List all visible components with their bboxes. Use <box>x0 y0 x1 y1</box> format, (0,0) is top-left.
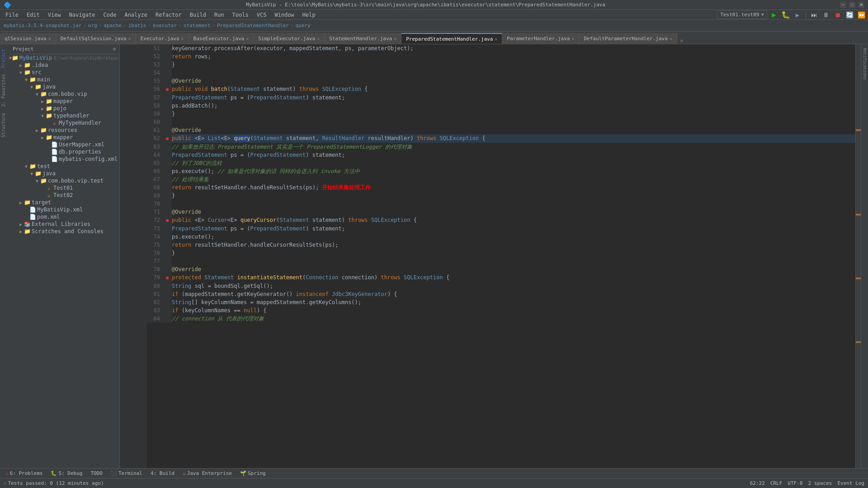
code-scroll-area[interactable]: 51 keyGenerator.processAfter(executor, m… <box>147 44 855 468</box>
tree-item-usermapper[interactable]: 📄 UserMapper.xml <box>9 141 119 148</box>
tab-parameterhandler-close[interactable]: ✕ <box>571 36 574 41</box>
stop-button[interactable]: ⏹ <box>833 10 843 20</box>
vtab-favorites[interactable]: 2: Favorites <box>0 71 9 109</box>
pause-button[interactable]: ⏸ <box>821 10 831 20</box>
bottom-tab-spring[interactable]: 🌱 Spring <box>236 469 269 477</box>
tab-executor[interactable]: Executor.java ✕ <box>136 33 189 44</box>
coverage-button[interactable]: ▶ <box>793 10 802 20</box>
tree-item-main[interactable]: ▼ 📁 main <box>9 76 119 83</box>
bottom-tab-java-enterprise[interactable]: ☕ Java Enterprise <box>179 469 236 477</box>
tab-statementhandler[interactable]: StatementHandler.java ✕ <box>325 33 401 44</box>
maximize-button[interactable]: □ <box>849 2 855 8</box>
tree-item-mybatisconfig[interactable]: 📄 mybatis-config.xml <box>9 155 119 163</box>
menu-refactor[interactable]: Refactor <box>152 11 185 19</box>
step-over-button[interactable]: ⏩ <box>856 10 866 20</box>
tree-item-target[interactable]: ▶ 📁 target <box>9 199 119 206</box>
tree-item-mybatisvipxml[interactable]: 📄 MyBatisVip.xml <box>9 206 119 213</box>
menu-tools[interactable]: Tools <box>229 11 252 19</box>
breadcrumb-statement[interactable]: statement <box>184 23 211 28</box>
status-line-col[interactable]: 62:22 <box>750 480 765 486</box>
tab-simpleexecutor-close[interactable]: ✕ <box>317 36 320 41</box>
status-line-ending[interactable]: CRLF <box>770 480 783 486</box>
vtab-notifications[interactable]: Notifications <box>862 46 868 81</box>
menu-file[interactable]: File <box>2 11 22 19</box>
breakpoint-72[interactable]: ● <box>166 217 169 223</box>
tree-item-mytypehandler[interactable]: ☕ MyTypeHandler <box>9 119 119 127</box>
bottom-tab-debug[interactable]: 🐛 5: Debug <box>47 469 86 477</box>
tree-item-com-bobo-vip[interactable]: ▼ 📁 com.bobo.vip <box>9 90 119 98</box>
tab-preparedstatementhandler[interactable]: PreparedStatementHandler.java ✕ <box>401 33 502 44</box>
bottom-tab-problems[interactable]: ⚠ 6: Problems <box>2 469 46 477</box>
tab-baseexecutor[interactable]: BaseExecutor.java ✕ <box>189 33 254 44</box>
tab-defaultsqlsession-close[interactable]: ✕ <box>128 36 131 41</box>
menu-vcs[interactable]: VCS <box>253 11 270 19</box>
tree-item-pojo[interactable]: ▶ 📁 pojo <box>9 105 119 112</box>
scroll-indicator[interactable] <box>855 44 861 468</box>
code-view[interactable]: 51 keyGenerator.processAfter(executor, m… <box>120 44 861 468</box>
minimize-button[interactable]: ─ <box>840 2 846 8</box>
tree-item-test[interactable]: ▼ 📁 test <box>9 163 119 170</box>
menu-build[interactable]: Build <box>186 11 210 19</box>
bottom-tab-todo[interactable]: TODO <box>87 469 106 477</box>
breadcrumb-handler[interactable]: PreparedStatementHandler <box>217 23 289 28</box>
tab-statementhandler-close[interactable]: ✕ <box>394 36 396 41</box>
menu-analyze[interactable]: Analyze <box>121 11 151 19</box>
menu-view[interactable]: View <box>44 11 65 19</box>
status-indent[interactable]: 2 spaces <box>808 480 832 486</box>
tab-defaultparameterhandler-close[interactable]: ✕ <box>670 36 672 41</box>
tree-item-resources[interactable]: ▶ 📁 resources <box>9 127 119 134</box>
tree-item-scratches[interactable]: ▶ 📁 Scratches and Consoles <box>9 228 119 235</box>
tree-item-com-bobo-vip-test[interactable]: ▼ 📁 com.bobo.vip.test <box>9 177 119 184</box>
bottom-tab-terminal[interactable]: ⬛ Terminal <box>107 469 146 477</box>
close-button[interactable]: ✕ <box>858 2 864 8</box>
status-encoding[interactable]: UTF-8 <box>788 480 802 486</box>
tree-item-pomxml[interactable]: 📄 pom.xml <box>9 213 119 221</box>
tab-parameterhandler[interactable]: ParameterHandler.java ✕ <box>502 33 579 44</box>
breadcrumb-query[interactable]: query <box>295 23 310 28</box>
breakpoint-79[interactable]: ● <box>166 275 169 281</box>
vtab-structure[interactable]: Structure <box>0 110 9 140</box>
menu-window[interactable]: Window <box>271 11 297 19</box>
vtab-project[interactable]: Project <box>0 46 9 70</box>
tree-item-idea[interactable]: ▶ 📁 .idea <box>9 61 119 69</box>
breadcrumb-executor[interactable]: executor <box>153 23 177 28</box>
tree-item-external-libs[interactable]: ▶ 📚 External Libraries <box>9 221 119 228</box>
breadcrumb-mybatis-jar[interactable]: mybatis-3.5.4-snapshot.jar <box>4 23 81 28</box>
bottom-tab-build[interactable]: 4: Build <box>147 469 178 477</box>
menu-edit[interactable]: Edit <box>23 11 43 19</box>
tab-qlsession[interactable]: qlSession.java ✕ <box>0 33 56 44</box>
breadcrumb-ibatis[interactable]: ibatis <box>128 23 146 28</box>
title-bar-right[interactable]: ─ □ ✕ <box>840 2 864 8</box>
breakpoint-62[interactable]: ● <box>166 136 169 141</box>
tree-item-mybatisvip[interactable]: ▼ 📁 MyBatisVip E:\workspace\VipWorkSpace… <box>9 54 119 61</box>
debug-button[interactable]: 🐛 <box>781 10 791 20</box>
breakpoint-56[interactable]: ● <box>166 86 169 92</box>
restart-button[interactable]: 🔄 <box>844 10 854 20</box>
resume-button[interactable]: ⏭ <box>809 10 819 20</box>
tab-preparedstatementhandler-close[interactable]: ✕ <box>495 37 497 42</box>
breadcrumb-apache[interactable]: apache <box>104 23 122 28</box>
menu-help[interactable]: Help <box>299 11 319 19</box>
run-button[interactable]: ▶ <box>769 10 779 20</box>
tab-baseexecutor-close[interactable]: ✕ <box>246 36 249 41</box>
run-config-selector[interactable]: Test01.test09 ▼ <box>717 10 767 19</box>
tree-item-java-test[interactable]: ▼ 📁 java <box>9 170 119 177</box>
tab-executor-close[interactable]: ✕ <box>181 36 184 41</box>
status-event-log[interactable]: Event Log <box>837 480 864 486</box>
breadcrumb-org[interactable]: org <box>88 23 97 28</box>
tree-item-dbprops[interactable]: 📄 db.properties <box>9 148 119 155</box>
menu-navigate[interactable]: Navigate <box>66 11 99 19</box>
tabs-overflow[interactable]: » <box>677 38 686 44</box>
tree-item-mapper2[interactable]: ▶ 📁 mapper <box>9 134 119 141</box>
tree-item-typehandler[interactable]: ▼ 📁 typehandler <box>9 112 119 119</box>
tab-qlsession-close[interactable]: ✕ <box>48 36 51 41</box>
tree-item-test02[interactable]: ☕ Test02 <box>9 192 119 199</box>
tree-item-src[interactable]: ▼ 📁 src <box>9 69 119 76</box>
tree-item-java-main[interactable]: ▼ 📁 java <box>9 83 119 90</box>
tree-item-mapper[interactable]: ▶ 📁 mapper <box>9 98 119 105</box>
sidebar-options-icon[interactable]: ⚙ <box>113 46 116 52</box>
tree-item-test01[interactable]: ☕ Test01 <box>9 184 119 192</box>
tab-defaultsqlsession[interactable]: DefaultSqlSession.java ✕ <box>56 33 136 44</box>
tab-simpleexecutor[interactable]: SimpleExecutor.java ✕ <box>254 33 325 44</box>
tab-defaultparameterhandler[interactable]: DefaultParameterHandler.java ✕ <box>579 33 677 44</box>
